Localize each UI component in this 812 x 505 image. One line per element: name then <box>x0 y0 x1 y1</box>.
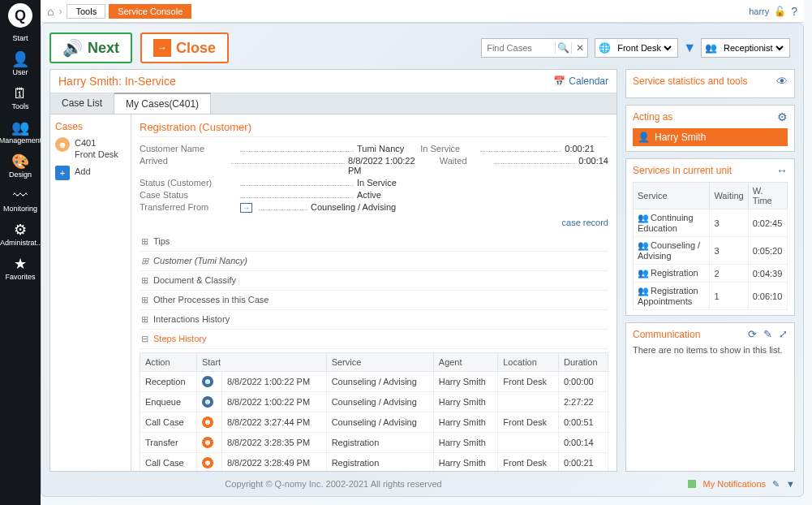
acc-other-processes[interactable]: Other Processes in this Case <box>140 291 608 310</box>
table-row[interactable]: 👥Registration20:04:39 <box>634 265 788 283</box>
case-record-link[interactable]: case record <box>140 218 608 227</box>
table-row[interactable]: Transfer☻8/8/2022 3:28:35 PMRegistration… <box>140 433 608 453</box>
acting-as-bar[interactable]: Harry Smith <box>633 128 788 146</box>
table-row[interactable]: 👥Registration Appointments10:06:10 <box>634 283 788 310</box>
clear-icon[interactable]: ✕ <box>571 42 587 54</box>
k-arrived: Arrived <box>140 156 228 166</box>
close-icon: → <box>153 39 171 57</box>
expand-icon[interactable]: ⤢ <box>779 328 788 340</box>
cell-location: Front Desk <box>498 412 559 433</box>
acting-card: Acting as⚙ Harry Smith <box>625 105 795 152</box>
cell-face: ☻ <box>196 372 221 392</box>
refresh-icon[interactable]: ⟳ <box>748 328 757 340</box>
rail-user[interactable]: 👤User <box>11 52 29 76</box>
tab-my-cases[interactable]: My Cases(C401) <box>114 93 211 114</box>
find-cases-box: 🔍 ✕ <box>481 38 588 58</box>
breadcrumb-tools[interactable]: Tools <box>67 4 105 19</box>
rail-management[interactable]: 👥Management <box>0 120 41 145</box>
home-icon[interactable]: ⌂ <box>47 5 54 18</box>
communication-card: Communication ⟳ ✎ ⤢ There are no items t… <box>625 322 795 472</box>
k-customer-name: Customer Name <box>140 144 237 153</box>
calendar-icon: 🗓 <box>13 86 28 101</box>
star-icon: ★ <box>14 257 27 271</box>
tab-case-list[interactable]: Case List <box>50 93 114 114</box>
v-customer-name: Tumi Nancy <box>357 144 404 153</box>
rail-monitoring[interactable]: 〰Monitoring <box>3 188 37 213</box>
cell-service: Counseling / Advising <box>326 412 433 433</box>
eye-icon[interactable]: 👁 <box>776 75 788 88</box>
acc-tips[interactable]: Tips <box>140 232 608 252</box>
close-label: Close <box>176 40 216 57</box>
services-title: Services in current unit <box>633 165 732 176</box>
breadcrumb-service-console[interactable]: Service Console <box>109 4 191 19</box>
table-row[interactable]: 👥Continuing Education30:02:45 <box>634 209 788 237</box>
acc-document[interactable]: Document & Classify <box>140 271 608 291</box>
cell-service: 👥Registration Appointments <box>634 283 710 310</box>
add-case-button[interactable]: + Add <box>55 166 126 180</box>
cell-service: 👥Counseling / Advising <box>634 237 710 265</box>
add-case-label: Add <box>75 166 91 177</box>
unit-select[interactable]: Front Desk <box>614 42 674 54</box>
cell-location <box>498 433 559 453</box>
next-icon: 🔊 <box>62 38 83 58</box>
cell-face: ☻ <box>196 433 221 453</box>
rail-favorites-label: Favorites <box>5 273 35 281</box>
search-icon[interactable]: 🔍 <box>555 42 571 54</box>
role-select[interactable]: Receptionist <box>720 42 786 54</box>
find-cases-input[interactable] <box>482 43 555 53</box>
plus-icon: + <box>55 166 70 180</box>
globe-icon: 🌐 <box>599 42 611 54</box>
help-icon[interactable]: ? <box>791 5 797 18</box>
acting-title: Acting as <box>633 111 672 123</box>
v-waited: 0:00:14 <box>578 156 608 166</box>
cell-location: Front Desk <box>498 453 559 472</box>
col-location: Location <box>498 353 559 372</box>
notifications-label[interactable]: My Notifications <box>702 479 766 489</box>
swap-icon[interactable]: ↔ <box>776 164 788 177</box>
cell-agent: Harry Smith <box>433 412 497 433</box>
edit-icon[interactable]: ✎ <box>763 328 772 340</box>
rail-start[interactable]: Start <box>12 34 28 42</box>
rail-favorites[interactable]: ★Favorites <box>5 257 35 281</box>
table-row[interactable]: 👥Counseling / Advising30:05:20 <box>634 237 788 265</box>
role-icon: 👥 <box>705 42 717 54</box>
gear-icon[interactable]: ⚙ <box>777 110 788 123</box>
user-icon: 👤 <box>11 52 29 67</box>
acc-interactions[interactable]: Interactions History <box>140 310 608 330</box>
filter-notif-icon[interactable]: ▼ <box>786 479 795 489</box>
rail-start-label: Start <box>12 34 28 42</box>
table-row[interactable]: Enqueue☻8/8/2022 1:00:22 PMCounseling / … <box>140 392 608 412</box>
acting-name: Harry Smith <box>655 132 706 143</box>
close-button[interactable]: → Close <box>140 32 229 63</box>
cell-wtime: 0:05:20 <box>748 237 787 265</box>
logout-icon[interactable]: 🔓 <box>774 6 786 17</box>
case-item-c401[interactable]: ☻ C401Front Desk <box>55 137 126 161</box>
cell-start: 8/8/2022 1:00:22 PM <box>221 372 326 392</box>
case-tabs: Case List My Cases(C401) <box>50 93 617 114</box>
filter-icon[interactable]: ▼ <box>683 41 696 55</box>
v-case-status: Active <box>357 190 381 200</box>
rail-tools[interactable]: 🗓Tools <box>11 86 28 110</box>
status-indicator <box>688 480 696 488</box>
rail-admin[interactable]: ⚙Administrat.. <box>0 222 41 247</box>
col-action: Action <box>140 353 197 372</box>
rail-design[interactable]: 🎨Design <box>9 154 32 179</box>
next-button[interactable]: 🔊 Next <box>49 32 132 63</box>
table-row[interactable]: Reception☻8/8/2022 1:00:22 PMCounseling … <box>140 372 608 392</box>
nav-rail: Q Start 👤User 🗓Tools 👥Management 🎨Design… <box>0 0 41 505</box>
cell-duration: 2:27:22 <box>558 392 608 412</box>
k-case-status: Case Status <box>140 190 237 200</box>
edit-notif-icon[interactable]: ✎ <box>772 479 780 490</box>
acc-customer[interactable]: Customer (Tumi Nancy) <box>140 252 608 271</box>
management-icon: 👥 <box>11 120 29 135</box>
acc-steps-history[interactable]: Steps History <box>140 330 608 349</box>
cell-agent: Harry Smith <box>433 372 497 392</box>
cell-wtime: 0:06:10 <box>748 283 787 310</box>
table-row[interactable]: Call Case☻8/8/2022 3:28:49 PMRegistratio… <box>140 453 608 472</box>
link-out-icon[interactable]: → <box>240 203 252 213</box>
k-transferred-from: Transferred From <box>140 202 237 212</box>
table-row[interactable]: Call Case☻8/8/2022 3:27:44 PMCounseling … <box>140 412 608 433</box>
cell-action: Reception <box>140 372 197 392</box>
calendar-link[interactable]: Calendar <box>553 76 608 87</box>
cell-service: Registration <box>326 433 433 453</box>
